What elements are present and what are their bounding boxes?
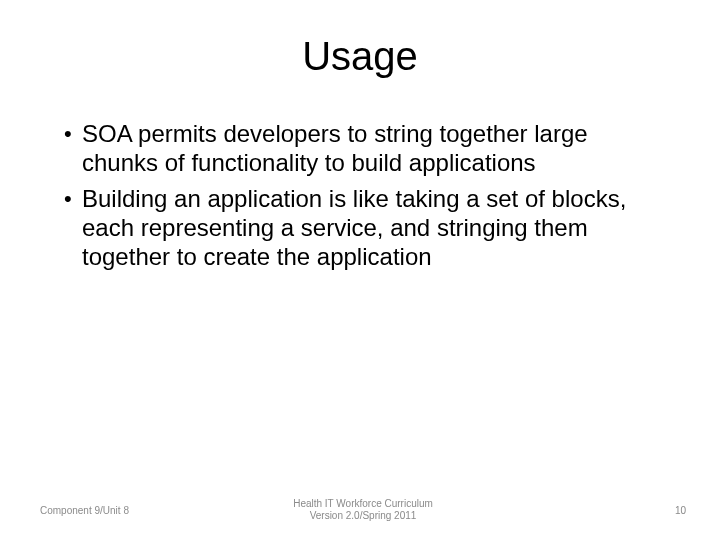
bullet-dot-icon: • bbox=[64, 184, 82, 272]
footer-page-number: 10 bbox=[526, 505, 686, 516]
slide: Usage • SOA permits developers to string… bbox=[0, 0, 720, 540]
footer-left: Component 9/Unit 8 bbox=[40, 505, 200, 516]
bullet-text: SOA permits developers to string togethe… bbox=[82, 119, 670, 178]
slide-footer: Component 9/Unit 8 Health IT Workforce C… bbox=[0, 498, 720, 522]
bullet-item: • SOA permits developers to string toget… bbox=[64, 119, 670, 178]
bullet-text: Building an application is like taking a… bbox=[82, 184, 670, 272]
slide-title: Usage bbox=[50, 34, 670, 79]
footer-center: Health IT Workforce Curriculum Version 2… bbox=[200, 498, 526, 522]
footer-center-line1: Health IT Workforce Curriculum bbox=[200, 498, 526, 510]
footer-center-line2: Version 2.0/Spring 2011 bbox=[200, 510, 526, 522]
bullet-dot-icon: • bbox=[64, 119, 82, 178]
slide-content: • SOA permits developers to string toget… bbox=[50, 119, 670, 271]
bullet-item: • Building an application is like taking… bbox=[64, 184, 670, 272]
